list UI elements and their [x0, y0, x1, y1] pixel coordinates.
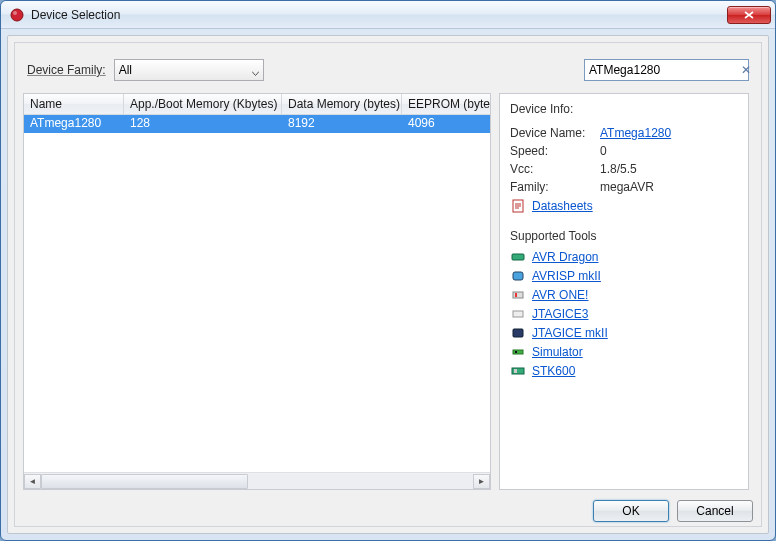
- tool-row: AVRISP mkII: [510, 268, 738, 284]
- tool-link[interactable]: AVRISP mkII: [532, 269, 601, 283]
- col-eeprom[interactable]: EEPROM (bytes): [402, 94, 490, 114]
- footer: OK Cancel: [15, 490, 761, 526]
- svg-point-1: [13, 11, 17, 15]
- svg-rect-11: [512, 368, 524, 374]
- info-speed-value: 0: [600, 144, 738, 158]
- close-icon: [744, 11, 754, 19]
- cell-eeprom: 4096: [402, 115, 490, 133]
- svg-rect-9: [513, 350, 523, 354]
- tool-link[interactable]: AVR Dragon: [532, 250, 598, 264]
- search-input[interactable]: [589, 63, 739, 77]
- col-name[interactable]: Name: [24, 94, 124, 114]
- info-name-label: Device Name:: [510, 126, 600, 140]
- client-area: Device Family: All ✕ Name App./Boot Mem: [7, 35, 769, 534]
- table-body[interactable]: ATmega1280 128 8192 4096: [24, 115, 490, 472]
- tool-link[interactable]: STK600: [532, 364, 575, 378]
- titlebar: Device Selection: [1, 1, 775, 29]
- device-info-panel: Device Info: Device Name: ATmega1280 Spe…: [499, 93, 749, 490]
- cell-name: ATmega1280: [24, 115, 124, 133]
- tool-link[interactable]: JTAGICE mkII: [532, 326, 608, 340]
- cell-app: 128: [124, 115, 282, 133]
- dragon-icon: [510, 249, 526, 265]
- device-family-label: Device Family:: [27, 63, 106, 77]
- pdf-icon: [510, 198, 526, 214]
- tool-row: STK600: [510, 363, 738, 379]
- scroll-thumb[interactable]: [41, 474, 248, 489]
- svg-point-0: [11, 9, 23, 21]
- datasheets-link[interactable]: Datasheets: [532, 199, 593, 213]
- tool-link[interactable]: AVR ONE!: [532, 288, 588, 302]
- scroll-left-button[interactable]: ◄: [24, 474, 41, 489]
- tool-row: Simulator: [510, 344, 738, 360]
- device-selection-window: Device Selection Device Family: All ✕: [0, 0, 776, 541]
- avrone-icon: [510, 287, 526, 303]
- tool-link[interactable]: JTAGICE3: [532, 307, 588, 321]
- jtagicemk2-icon: [510, 325, 526, 341]
- close-button[interactable]: [727, 6, 771, 24]
- search-box[interactable]: ✕: [584, 59, 749, 81]
- top-row: Device Family: All ✕: [15, 43, 761, 93]
- window-title: Device Selection: [31, 8, 727, 22]
- avrisp-icon: [510, 268, 526, 284]
- cancel-button[interactable]: Cancel: [677, 500, 753, 522]
- horizontal-scrollbar[interactable]: ◄ ►: [24, 472, 490, 489]
- stk600-icon: [510, 363, 526, 379]
- tool-row: AVR Dragon: [510, 249, 738, 265]
- chevron-down-icon: [252, 67, 259, 74]
- app-icon: [9, 7, 25, 23]
- jtagice3-icon: [510, 306, 526, 322]
- svg-rect-4: [513, 272, 523, 280]
- mid-row: Name App./Boot Memory (Kbytes) Data Memo…: [15, 93, 761, 490]
- svg-rect-3: [512, 254, 524, 260]
- simulator-icon: [510, 344, 526, 360]
- clear-search-icon[interactable]: ✕: [739, 63, 753, 77]
- col-data-memory[interactable]: Data Memory (bytes): [282, 94, 402, 114]
- tool-row: JTAGICE mkII: [510, 325, 738, 341]
- scroll-right-button[interactable]: ►: [473, 474, 490, 489]
- svg-rect-12: [514, 369, 517, 373]
- info-family-value: megaAVR: [600, 180, 738, 194]
- svg-rect-6: [515, 293, 517, 297]
- info-vcc-label: Vcc:: [510, 162, 600, 176]
- device-table: Name App./Boot Memory (Kbytes) Data Memo…: [23, 93, 491, 490]
- ok-button[interactable]: OK: [593, 500, 669, 522]
- svg-rect-8: [513, 329, 523, 337]
- svg-rect-5: [513, 292, 523, 298]
- device-family-dropdown[interactable]: All: [114, 59, 264, 81]
- col-app-memory[interactable]: App./Boot Memory (Kbytes): [124, 94, 282, 114]
- table-header: Name App./Boot Memory (Kbytes) Data Memo…: [24, 94, 490, 115]
- info-speed-label: Speed:: [510, 144, 600, 158]
- tool-row: AVR ONE!: [510, 287, 738, 303]
- supported-tools-label: Supported Tools: [510, 229, 738, 243]
- cell-data: 8192: [282, 115, 402, 133]
- svg-rect-10: [515, 351, 517, 353]
- info-name-link[interactable]: ATmega1280: [600, 126, 671, 140]
- device-family-value: All: [119, 63, 132, 77]
- info-vcc-value: 1.8/5.5: [600, 162, 738, 176]
- inner-frame: Device Family: All ✕ Name App./Boot Mem: [14, 42, 762, 527]
- scroll-track[interactable]: [41, 474, 473, 489]
- table-row[interactable]: ATmega1280 128 8192 4096: [24, 115, 490, 133]
- tool-row: JTAGICE3: [510, 306, 738, 322]
- tool-link[interactable]: Simulator: [532, 345, 583, 359]
- device-info-title: Device Info:: [510, 102, 738, 116]
- info-family-label: Family:: [510, 180, 600, 194]
- svg-rect-7: [513, 311, 523, 317]
